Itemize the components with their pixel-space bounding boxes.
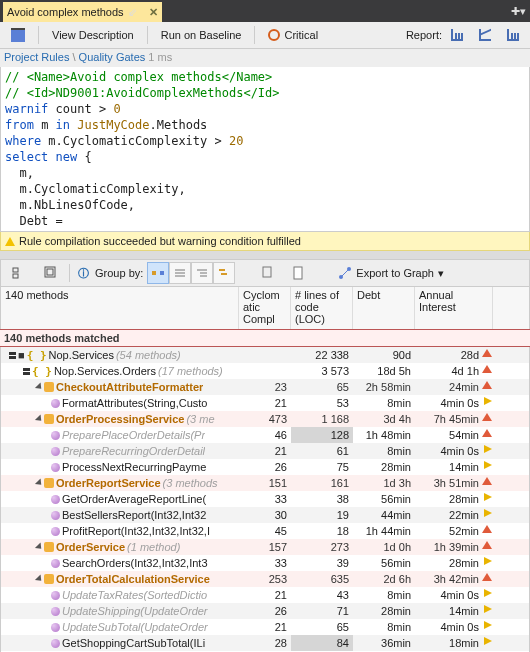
cell-loc: 273 — [291, 539, 353, 555]
expand-icon[interactable] — [35, 542, 44, 551]
group-tree2-button[interactable] — [213, 262, 235, 284]
assembly-icon: ■ — [18, 349, 25, 361]
run-on-baseline-button[interactable]: Run on Baseline — [154, 26, 249, 44]
code-editor[interactable]: // <Name>Avoid complex methods</Name> //… — [0, 67, 530, 232]
table-row[interactable]: GetOrderAverageReportLine(333856min28min — [1, 491, 529, 507]
copy-button[interactable] — [255, 263, 281, 283]
status-text: Rule compilation succeeded but warning c… — [19, 235, 301, 247]
expand-icon[interactable] — [35, 414, 44, 423]
table-row[interactable]: OrderService (1 method)1572731d 0h1h 39m… — [1, 539, 529, 555]
cell-cyclo: 253 — [239, 571, 291, 587]
group-namespace-button[interactable] — [147, 262, 169, 284]
col-name[interactable]: 140 methods — [1, 287, 239, 329]
table-row[interactable]: OrderProcessingService (3 me4731 1683d 4… — [1, 411, 529, 427]
cell-loc: 19 — [291, 507, 353, 523]
table-row[interactable]: FormatAttributes(String,Custo21538min4mi… — [1, 395, 529, 411]
report-label: Report: — [406, 29, 442, 41]
cell-ann: 54min — [415, 427, 493, 443]
table-row[interactable]: ProcessNextRecurringPayme267528min14min — [1, 459, 529, 475]
col-debt[interactable]: Debt — [353, 287, 415, 329]
collapse-icon[interactable] — [9, 352, 16, 359]
table-row[interactable]: BestSellersReport(Int32,Int32301944min22… — [1, 507, 529, 523]
class-icon — [44, 478, 54, 488]
cell-ann: 18min — [415, 635, 493, 651]
class-icon — [44, 414, 54, 424]
trend-up-icon — [482, 429, 492, 437]
report-export-button[interactable] — [500, 26, 526, 44]
trend-flat-icon — [484, 445, 492, 453]
cell-ann: 14min — [415, 459, 493, 475]
table-row[interactable]: OrderTotalCalculationService2536352d 6h3… — [1, 571, 529, 587]
cell-ann: 4d 1h — [415, 363, 493, 379]
expand-icon[interactable] — [35, 382, 44, 391]
method-icon — [51, 591, 60, 600]
table-row[interactable]: PreparePlaceOrderDetails(Pr461281h 48min… — [1, 427, 529, 443]
breadcrumb-quality-gates[interactable]: Quality Gates — [79, 51, 146, 63]
results-header: 140 methods Cyclom atic Compl # lines of… — [0, 287, 530, 329]
export-graph-button[interactable]: Export to Graph ▾ — [331, 263, 451, 283]
expand-icon[interactable] — [35, 478, 44, 487]
row-note: (1 method) — [127, 541, 180, 553]
save-button[interactable] — [4, 25, 32, 45]
trend-up-icon — [482, 413, 492, 421]
table-row[interactable]: CheckoutAttributeFormatter23652h 58min24… — [1, 379, 529, 395]
cell-loc: 128 — [291, 427, 353, 443]
cell-loc: 84 — [291, 635, 353, 651]
cell-loc: 61 — [291, 443, 353, 459]
col-annual-interest[interactable]: Annual Interest — [415, 287, 493, 329]
table-row[interactable]: Nop.Services.Orders (17 methods)3 57318d… — [1, 363, 529, 379]
trend-flat-icon — [484, 637, 492, 645]
col-cyclomatic[interactable]: Cyclom atic Compl — [239, 287, 291, 329]
trend-up-icon — [482, 573, 492, 581]
group-tree1-button[interactable] — [191, 262, 213, 284]
table-row[interactable]: PrepareRecurringOrderDetail21618min4min … — [1, 443, 529, 459]
doc-button[interactable] — [285, 263, 311, 283]
method-icon — [51, 399, 60, 408]
row-name: CheckoutAttributeFormatter — [56, 381, 203, 393]
collapse-all-button[interactable] — [5, 263, 33, 283]
expand-icon[interactable] — [35, 574, 44, 583]
splitter[interactable] — [0, 251, 530, 259]
add-tab-icon[interactable]: ✚▾ — [511, 5, 526, 18]
cell-debt: 90d — [353, 347, 415, 363]
critical-toggle[interactable]: Critical — [261, 26, 325, 44]
table-row[interactable]: ProfitReport(Int32,Int32,Int32,I45181h 4… — [1, 523, 529, 539]
bar-chart-icon — [451, 29, 463, 41]
results-grid[interactable]: ■ Nop.Services (54 methods)22 33890d28d … — [0, 347, 530, 652]
breadcrumb-project-rules[interactable]: Project Rules — [4, 51, 69, 63]
timing-label: 1 ms — [148, 51, 176, 63]
collapse-icon[interactable] — [23, 368, 30, 375]
info-icon: ⓘ — [78, 266, 89, 281]
tab-avoid-complex-methods[interactable]: Avoid complex methods ⇙ ✕ — [3, 2, 162, 22]
cell-ann: 4min 0s — [415, 619, 493, 635]
expand-all-button[interactable] — [37, 263, 65, 283]
cell-ann: 3h 51min — [415, 475, 493, 491]
cell-debt: 28min — [353, 459, 415, 475]
row-name: OrderReportService — [56, 477, 161, 489]
table-row[interactable]: ■ Nop.Services (54 methods)22 33890d28d — [1, 347, 529, 363]
close-icon[interactable]: ✕ — [149, 6, 158, 19]
table-row[interactable]: UpdateSubTotal(UpdateOrder21658min4min 0… — [1, 619, 529, 635]
method-icon — [51, 495, 60, 504]
group-flat-button[interactable] — [169, 262, 191, 284]
col-loc[interactable]: # lines of code (LOC) — [291, 287, 353, 329]
report-bar-button[interactable] — [444, 26, 470, 44]
trend-up-icon — [482, 477, 492, 485]
graph-icon — [338, 266, 352, 280]
trend-up-icon — [482, 525, 492, 533]
trend-flat-icon — [484, 509, 492, 517]
table-row[interactable]: GetShoppingCartSubTotal(ILi288436min18mi… — [1, 635, 529, 651]
table-row[interactable]: OrderReportService (3 methods1511611d 3h… — [1, 475, 529, 491]
table-row[interactable]: UpdateShipping(UpdateOrder267128min14min — [1, 603, 529, 619]
cell-loc: 635 — [291, 571, 353, 587]
table-row[interactable]: SearchOrders(Int32,Int32,Int3333956min28… — [1, 555, 529, 571]
main-toolbar: View Description Run on Baseline Critica… — [0, 22, 530, 49]
table-row[interactable]: UpdateTaxRates(SortedDictio21438min4min … — [1, 587, 529, 603]
cell-cyclo: 21 — [239, 443, 291, 459]
view-description-button[interactable]: View Description — [45, 26, 141, 44]
cell-cyclo: 157 — [239, 539, 291, 555]
report-line-button[interactable] — [472, 26, 498, 44]
pin-icon[interactable]: ⇙ — [128, 6, 137, 19]
cell-debt: 8min — [353, 587, 415, 603]
row-name: OrderProcessingService — [56, 413, 184, 425]
